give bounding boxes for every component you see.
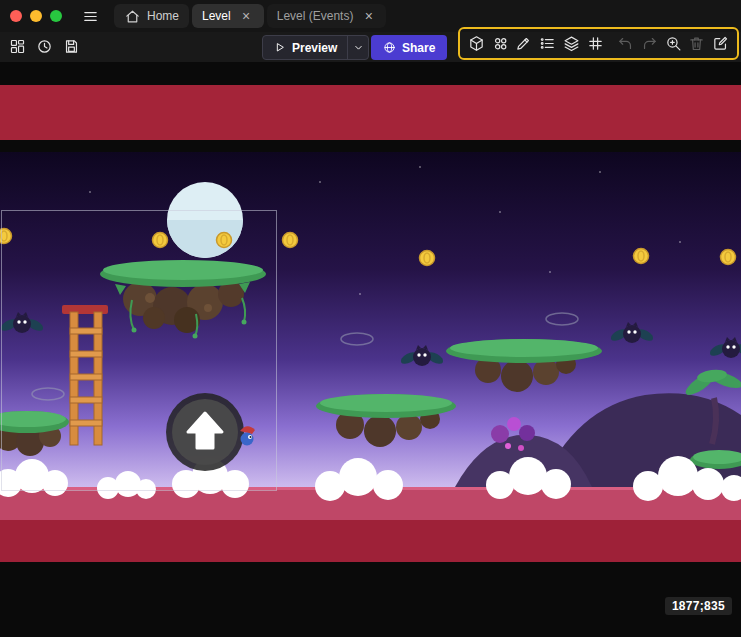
grid-button[interactable] <box>584 32 607 55</box>
coin[interactable] <box>153 233 168 248</box>
preview-main[interactable]: Preview <box>263 36 347 59</box>
coin[interactable] <box>721 250 736 265</box>
preview-label: Preview <box>292 41 337 55</box>
history-icon <box>36 38 53 55</box>
layers-button[interactable] <box>560 32 583 55</box>
moon[interactable] <box>167 182 243 258</box>
redo-button[interactable] <box>638 32 661 55</box>
close-icon[interactable]: × <box>361 9 376 24</box>
maximize-window-button[interactable] <box>50 10 62 22</box>
layers-icon <box>563 35 580 52</box>
highlighted-toolbar-group <box>458 27 739 60</box>
minimize-window-button[interactable] <box>30 10 42 22</box>
edit-button[interactable] <box>512 32 535 55</box>
save-button[interactable] <box>60 35 83 58</box>
tab-bar: Home Level × Level (Events) × <box>114 0 386 32</box>
cursor-coordinates: 1877;835 <box>665 597 732 615</box>
object-groups-button[interactable] <box>489 32 512 55</box>
instances-list-icon <box>539 35 556 52</box>
pencil-icon <box>515 35 532 52</box>
top-red-band <box>0 85 741 140</box>
tab-label: Level <box>202 9 231 23</box>
zoom-in-button[interactable] <box>662 32 685 55</box>
project-manager-button[interactable] <box>6 35 29 58</box>
save-icon <box>63 38 80 55</box>
bottom-red-band <box>0 520 741 562</box>
chevron-down-icon <box>352 41 365 54</box>
object-groups-icon <box>492 35 509 52</box>
undo-icon <box>617 35 634 52</box>
share-label: Share <box>402 41 435 55</box>
project-manager-icon <box>9 38 26 55</box>
undo-button[interactable] <box>614 32 637 55</box>
home-icon <box>124 8 141 25</box>
instances-list-button[interactable] <box>536 32 559 55</box>
tab-level-events[interactable]: Level (Events) × <box>267 4 387 28</box>
tab-level[interactable]: Level × <box>192 4 264 28</box>
zoom-in-icon <box>665 35 682 52</box>
3d-box-icon <box>468 35 485 52</box>
grid-icon <box>587 35 604 52</box>
share-button[interactable]: Share <box>371 35 447 60</box>
traffic-lights <box>0 10 62 22</box>
edit-properties-icon <box>712 35 729 52</box>
globe-icon <box>383 41 396 54</box>
3d-box-button[interactable] <box>465 32 488 55</box>
coin[interactable] <box>634 249 649 264</box>
coin[interactable] <box>217 233 232 248</box>
toolbar-left-group <box>6 35 83 58</box>
coin[interactable] <box>420 251 435 266</box>
menu-button[interactable] <box>78 4 102 28</box>
preview-dropdown-button[interactable] <box>348 36 368 59</box>
edit-properties-button[interactable] <box>709 32 732 55</box>
coin[interactable] <box>283 233 298 248</box>
close-icon[interactable]: × <box>239 9 254 24</box>
tab-label: Home <box>147 9 179 23</box>
jump-button[interactable] <box>166 393 244 471</box>
tab-home[interactable]: Home <box>114 4 189 28</box>
close-window-button[interactable] <box>10 10 22 22</box>
delete-button[interactable] <box>686 32 709 55</box>
tab-label: Level (Events) <box>277 9 354 23</box>
hamburger-icon <box>82 8 99 25</box>
history-button[interactable] <box>33 35 56 58</box>
redo-icon <box>641 35 658 52</box>
app-window: Home Level × Level (Events) × Preview <box>0 0 741 637</box>
level-canvas[interactable] <box>0 62 741 637</box>
play-icon <box>273 41 286 54</box>
preview-button[interactable]: Preview <box>262 35 369 60</box>
trash-icon <box>688 35 705 52</box>
